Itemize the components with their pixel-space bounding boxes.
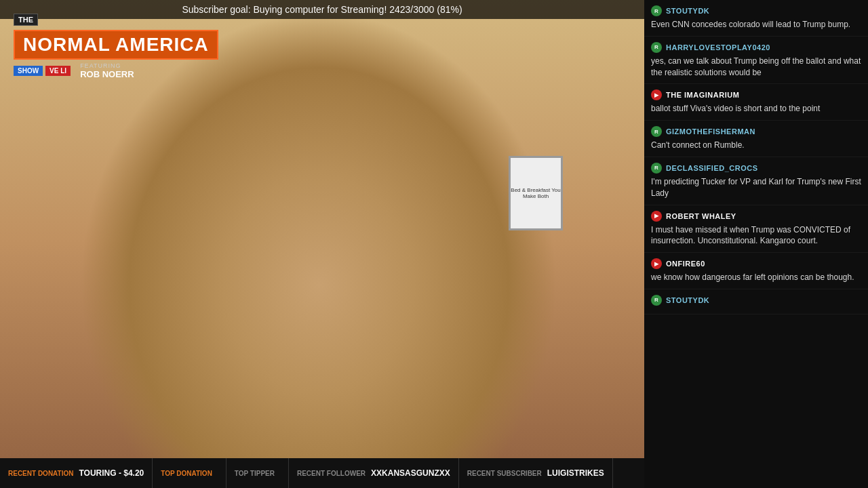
chat-badge: ▶ [651, 258, 662, 269]
recent-donation-value: TOURING - $4.20 [79, 468, 144, 478]
chat-badge: R [651, 163, 662, 174]
recent-donation-section: RECENT DONATION TOURING - $4.20 [0, 458, 153, 488]
chat-text: yes, can we talk about Trump being off t… [651, 56, 861, 79]
chat-badge: R [651, 126, 662, 137]
top-tipper-label: TOP TIPPER [235, 470, 275, 477]
chat-username: STOUTYDK [666, 7, 709, 15]
chat-username-row: R GIZMOTHEFISHERMAN [651, 126, 861, 137]
chat-badge: R [651, 5, 662, 16]
chat-username: STOUTYDK [666, 296, 709, 304]
chat-username-row: R HARRYLOVESTOPLAY0420 [651, 42, 861, 53]
chat-username-row: ▶ THE IMAGINARIUM [651, 89, 861, 100]
logo-main-title: NORMAL AMERICA [14, 30, 218, 60]
featuring-label: FEATURING [80, 62, 134, 69]
bottom-info-bar: RECENT DONATION TOURING - $4.20 TOP DONA… [0, 458, 644, 488]
live-badge: VE LI [45, 66, 71, 76]
chat-text: I'm predicting Tucker for VP and Karl fo… [651, 176, 861, 199]
video-area: Bed & Breakfast You Make Both Subscriber… [0, 0, 644, 488]
chat-badge: R [651, 42, 662, 53]
chat-username-row: R STOUTYDK [651, 5, 861, 16]
wall-decoration: Bed & Breakfast You Make Both [509, 156, 563, 230]
chat-text: we know how dangerous far left opinions … [651, 272, 861, 283]
chat-badge: ▶ [651, 211, 662, 222]
chat-username: ONFIRE60 [666, 260, 705, 268]
top-tipper-section: TOP TIPPER [226, 458, 289, 488]
chat-username: THE IMAGINARIUM [666, 91, 739, 99]
top-donation-section: TOP DONATION [153, 458, 226, 488]
chat-badge: ▶ [651, 89, 662, 100]
logo-overlay: THE NORMAL AMERICA SHOW VE LI FEATURING … [14, 14, 218, 79]
chat-message: R GIZMOTHEFISHERMAN Can't connect on Rum… [644, 121, 868, 157]
chat-message: R DECLASSIFIED_CROCS I'm predicting Tuck… [644, 157, 868, 205]
chat-username-row: R STOUTYDK [651, 295, 861, 306]
recent-subscriber-section: RECENT SUBSCRIBER LUIGISTRIKES [459, 458, 613, 488]
chat-username: DECLASSIFIED_CROCS [666, 164, 758, 172]
recent-subscriber-label: RECENT SUBSCRIBER [467, 470, 542, 477]
chat-username: GIZMOTHEFISHERMAN [666, 127, 755, 136]
host-name: ROB NOERR [80, 69, 134, 79]
chat-username: ROBERT WHALEY [666, 212, 736, 220]
subscriber-bar-text: Subscriber goal: Buying computer for Str… [182, 4, 462, 15]
chat-text: Can't connect on Rumble. [651, 140, 861, 151]
recent-follower-value: XXKANSASGUNZXX [371, 468, 450, 478]
chat-text: I must have missed it when Trump was CON… [651, 224, 861, 247]
chat-message: R STOUTYDK [644, 289, 868, 314]
recent-follower-section: RECENT FOLLOWER XXKANSASGUNZXX [289, 458, 459, 488]
logo-the: THE [14, 14, 38, 26]
chat-message: ▶ THE IMAGINARIUM ballot stuff Viva's vi… [644, 84, 868, 121]
top-donation-label: TOP DONATION [161, 470, 212, 477]
recent-follower-label: RECENT FOLLOWER [297, 470, 366, 477]
chat-message: R STOUTYDK Even CNN concedes colorado wi… [644, 0, 868, 37]
recent-subscriber-value: LUIGISTRIKES [547, 468, 604, 478]
chat-badge: R [651, 295, 662, 306]
recent-donation-label: RECENT DONATION [8, 470, 73, 477]
chat-panel: R STOUTYDK Even CNN concedes colorado wi… [644, 0, 868, 488]
chat-message: ▶ ONFIRE60 we know how dangerous far lef… [644, 253, 868, 289]
show-badge: SHOW [14, 66, 43, 76]
chat-username: HARRYLOVESTOPLAY0420 [666, 43, 770, 52]
chat-username-row: R DECLASSIFIED_CROCS [651, 163, 861, 174]
chat-message: R HARRYLOVESTOPLAY0420 yes, can we talk … [644, 37, 868, 85]
chat-message: ▶ ROBERT WHALEY I must have missed it wh… [644, 205, 868, 253]
chat-username-row: ▶ ONFIRE60 [651, 258, 861, 269]
chat-text: Even CNN concedes colorado will lead to … [651, 19, 861, 30]
chat-username-row: ▶ ROBERT WHALEY [651, 211, 861, 222]
chat-text: ballot stuff Viva's video is short and t… [651, 103, 861, 115]
